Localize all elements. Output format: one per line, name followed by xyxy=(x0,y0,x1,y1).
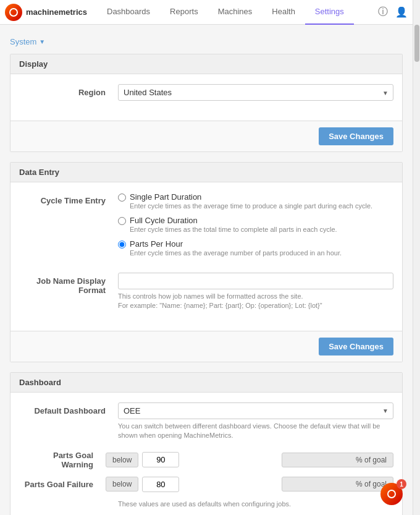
job-name-hint1: This controls how job names will be form… xyxy=(118,292,393,311)
logo-icon xyxy=(5,4,22,21)
parts-warning-suffix: % of goal xyxy=(282,453,393,467)
display-save-button[interactable]: Save Changes xyxy=(319,127,393,145)
cycle-time-row: Cycle Time Entry Single Part Duration En… xyxy=(19,192,393,263)
radio-full-title: Full Cycle Duration xyxy=(130,216,337,225)
nav-item-machines[interactable]: Machines xyxy=(208,0,262,25)
data-entry-save-button[interactable]: Save Changes xyxy=(319,338,393,355)
parts-failure-suffix: % of goal xyxy=(282,477,393,492)
region-control: United States Canada United Kingdom Aust… xyxy=(118,84,393,101)
nav-icons: ⓘ 👤 xyxy=(378,6,408,19)
nav-item-settings[interactable]: Settings xyxy=(305,0,354,25)
radio-pph-title: Parts Per Hour xyxy=(130,239,342,249)
region-select-wrapper: United States Canada United Kingdom Aust… xyxy=(118,84,393,101)
job-name-label: Job Name Display Format xyxy=(19,273,118,295)
job-name-input[interactable] xyxy=(118,273,393,289)
logo-text: machinemetrics xyxy=(26,7,87,17)
default-dashboard-hint: You can switch between different dashboa… xyxy=(118,422,393,441)
top-navigation: machinemetrics Dashboards Reports Machin… xyxy=(0,0,413,25)
nav-items: Dashboards Reports Machines Health Setti… xyxy=(97,0,378,25)
scrollbar[interactable] xyxy=(413,0,420,515)
parts-goal-warning-row: Parts Goal Warning below % of goal xyxy=(19,451,393,469)
data-entry-section: Data Entry Cycle Time Entry Single Part … xyxy=(10,162,403,362)
default-dashboard-label: Default Dashboard xyxy=(19,402,118,415)
default-dashboard-control: OEE Production Quality Availability ▼ Yo… xyxy=(118,402,393,441)
region-label: Region xyxy=(19,84,118,97)
parts-goal-warning-control: below % of goal xyxy=(106,452,393,467)
nav-item-dashboards[interactable]: Dashboards xyxy=(97,0,160,25)
parts-goal-failure-label: Parts Goal Failure xyxy=(19,480,106,489)
parts-goal-failure-control: below % of goal xyxy=(106,477,393,492)
system-label: System xyxy=(10,37,36,46)
data-entry-save-row: Save Changes xyxy=(10,331,402,362)
default-dashboard-select[interactable]: OEE Production Quality Availability xyxy=(118,402,393,419)
display-section: Display Region United States Canada Unit… xyxy=(10,54,403,152)
data-entry-header: Data Entry xyxy=(10,163,402,182)
cycle-time-control: Single Part Duration Enter cycle times a… xyxy=(118,192,393,263)
job-name-row: Job Name Display Format This controls ho… xyxy=(19,273,393,311)
user-icon[interactable]: 👤 xyxy=(395,6,408,18)
job-name-control: This controls how job names will be form… xyxy=(118,273,393,311)
radio-full-desc: Enter cycle times as the total time to c… xyxy=(130,226,337,233)
region-row: Region United States Canada United Kingd… xyxy=(19,84,393,101)
radio-single-desc: Enter cycle times as the average time to… xyxy=(130,202,372,210)
parts-failure-below: below xyxy=(106,477,138,492)
radio-single-input[interactable] xyxy=(118,194,126,202)
badge-count: 1 xyxy=(397,479,406,489)
parts-goal-hint: These values are used as defaults when c… xyxy=(118,500,393,509)
radio-full: Full Cycle Duration Enter cycle times as… xyxy=(118,216,393,233)
region-select[interactable]: United States Canada United Kingdom Aust… xyxy=(118,84,393,101)
logo-badge-wrapper: 1 xyxy=(380,483,403,505)
logo: machinemetrics xyxy=(5,4,87,21)
logo-badge: 1 xyxy=(380,483,403,505)
parts-goal-failure-row: Parts Goal Failure below % of goal xyxy=(19,477,393,492)
display-section-header: Display xyxy=(10,54,402,74)
scrollbar-thumb[interactable] xyxy=(414,25,419,62)
radio-single-title: Single Part Duration xyxy=(130,192,372,202)
display-save-row: Save Changes xyxy=(10,121,402,151)
cycle-time-label: Cycle Time Entry xyxy=(19,192,118,205)
radio-pph-desc: Enter cycle times as the average number … xyxy=(130,249,342,257)
default-dashboard-select-wrapper: OEE Production Quality Availability ▼ xyxy=(118,402,393,419)
dropdown-arrow: ▼ xyxy=(39,38,45,45)
parts-warning-input[interactable] xyxy=(142,452,179,467)
parts-warning-below: below xyxy=(106,453,138,467)
radio-full-input[interactable] xyxy=(118,217,126,225)
parts-goal-warning-label: Parts Goal Warning xyxy=(19,451,106,469)
radio-single: Single Part Duration Enter cycle times a… xyxy=(118,192,393,210)
system-dropdown[interactable]: System ▼ xyxy=(10,32,403,54)
nav-item-health[interactable]: Health xyxy=(262,0,305,25)
radio-pph: Parts Per Hour Enter cycle times as the … xyxy=(118,239,393,257)
parts-failure-input[interactable] xyxy=(142,477,179,492)
radio-pph-input[interactable] xyxy=(118,240,126,249)
nav-item-reports[interactable]: Reports xyxy=(160,0,208,25)
dashboard-section: Dashboard Default Dashboard OEE Producti… xyxy=(10,372,403,515)
dashboard-header: Dashboard xyxy=(10,373,402,393)
default-dashboard-row: Default Dashboard OEE Production Quality… xyxy=(19,402,393,441)
help-icon[interactable]: ⓘ xyxy=(378,6,388,19)
